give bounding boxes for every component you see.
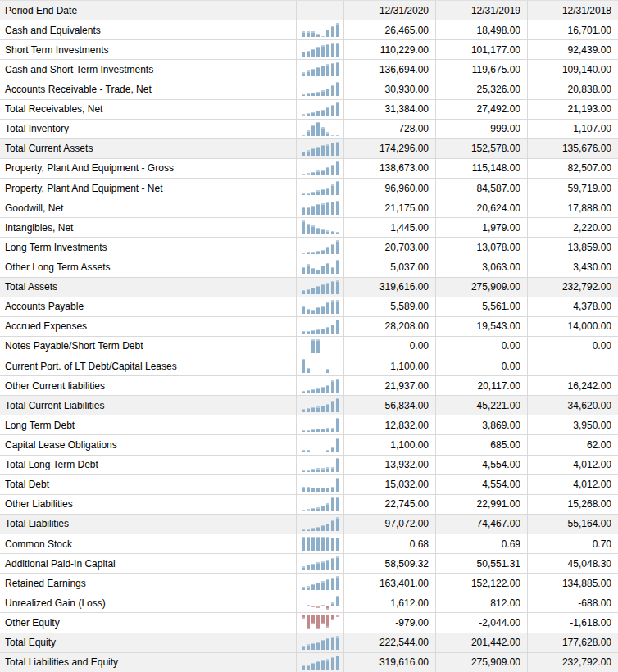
table-row[interactable]: Long Term Investments20,703.0013,078.001… [0,238,618,257]
sparkline-bar [316,583,320,590]
sparkline-bar [331,26,334,37]
table-row[interactable]: Total Current Assets174,296.00152,578.00… [0,139,618,159]
sparkline-bar [316,122,320,136]
row-label: Total Long Term Debt [0,456,297,474]
value-cell: 138,673.00 [344,159,436,178]
sparkline-bar [331,43,334,57]
sparkline-bar [331,487,334,491]
table-row[interactable]: Total Debt15,032.004,554.004,012.00 [0,475,618,495]
sparkline-bar [307,31,310,37]
table-row[interactable]: Total Liabilities97,072.0074,467.0055,16… [0,515,618,534]
row-label: Notes Payable/Short Term Debt [0,337,297,356]
table-row[interactable]: Property, Plant And Equipment - Net96,96… [0,179,618,198]
sparkline-cell [297,554,344,573]
sparkline-bar [316,606,320,608]
sparkline-cell [297,633,344,652]
table-row[interactable]: Accounts Payable5,589.005,561.004,378.00 [0,297,618,317]
table-row[interactable]: Total Receivables, Net31,384.0027,492.00… [0,100,618,120]
table-row[interactable]: Retained Earnings163,401.00152,122.00134… [0,574,618,593]
sparkline-bar [316,537,320,551]
row-label: Total Current Liabilities [0,396,297,415]
sparkline-chart [302,517,339,531]
sparkline-bar [326,606,329,610]
sparkline-bar [307,193,310,195]
sparkline-cell [297,456,344,474]
table-row[interactable]: Total Equity222,544.00201,442.00177,628.… [0,633,618,653]
table-row[interactable]: Other Liabilities22,745.0022,991.0015,26… [0,495,618,515]
table-row[interactable]: Accrued Expenses28,208.0019,543.0014,000… [0,317,618,337]
sparkline-bar [321,329,325,334]
sparkline-bar [326,230,329,234]
sparkline-cell [297,396,344,415]
table-row[interactable]: Total Current Liabilities56,834.0045,221… [0,396,618,415]
table-row[interactable]: Intangibles, Net1,445.001,979.002,220.00 [0,218,618,238]
sparkline-bar [316,47,320,57]
table-row[interactable]: Other Equity-979.00-2,044.00-1,618.00 [0,613,618,633]
value-cell: 0.70 [528,534,618,553]
value-cell: 34,620.00 [528,396,618,415]
sparkline-bar [311,192,315,195]
value-cell: 5,037.00 [344,257,436,276]
sparkline-bar [326,369,329,373]
sparkline-bar [331,520,334,531]
sparkline-bar [307,450,310,452]
table-row[interactable]: Total Liabilities and Equity319,616.0027… [0,653,618,672]
table-row[interactable]: Total Inventory728.00999.001,107.00 [0,120,618,139]
sparkline-bar [307,309,310,314]
sparkline-chart [302,201,339,215]
sparkline-bar [307,408,310,412]
sparkline-bar [336,478,339,492]
table-row[interactable]: Other Current liabilities21,937.0020,117… [0,376,618,396]
sparkline-bar [326,560,329,570]
table-row[interactable]: Current Port. of LT Debt/Capital Leases1… [0,356,618,376]
sparkline-bar [311,112,315,116]
sparkline-bar [331,657,334,670]
table-header-row: Period End Date 12/31/2020 12/31/2019 12… [0,1,618,20]
sparkline-bar [321,36,325,37]
table-row[interactable]: Property, Plant And Equipment - Gross138… [0,159,618,179]
sparkline-bar [331,300,334,314]
sparkline-bar [331,578,334,590]
row-label: Property, Plant And Equipment - Net [0,179,297,198]
table-body: Cash and Equivalents26,465.0018,498.0016… [0,20,618,672]
table-row[interactable]: Total Assets319,616.00275,909.00232,792.… [0,278,618,297]
sparkline-cell [297,356,344,375]
table-row[interactable]: Long Term Debt12,832.003,869.003,950.00 [0,415,618,435]
value-cell: 4,554.00 [436,475,528,494]
value-cell: 92,439.00 [528,40,618,59]
sparkline-bar [311,252,315,254]
row-label: Capital Lease Obligations [0,435,297,454]
table-row[interactable]: Capital Lease Obligations1,100.00685.006… [0,435,618,455]
sparkline-bar [307,289,310,294]
row-label: Long Term Debt [0,415,297,434]
table-row[interactable]: Goodwill, Net21,175.0020,624.0017,888.00 [0,198,618,218]
table-row[interactable]: Unrealized Gain (Loss)1,612.00812.00-688… [0,593,618,613]
sparkline-bar [316,527,320,531]
balance-sheet-table: Period End Date 12/31/2020 12/31/2019 12… [0,0,618,672]
sparkline-bar [331,143,334,156]
table-row[interactable]: Notes Payable/Short Term Debt0.000.000.0… [0,337,618,356]
sparkline-bar [302,114,305,116]
table-row[interactable]: Short Term Investments110,229.00101,177.… [0,40,618,60]
sparkline-bar [311,206,315,216]
table-row[interactable]: Common Stock0.680.690.70 [0,534,618,554]
sparkline-bar [321,250,325,255]
sparkline-bar [321,605,325,606]
value-cell: 45,221.00 [436,396,528,415]
value-cell: 319,616.00 [344,653,436,672]
row-label: Other Equity [0,613,297,632]
table-row[interactable]: Cash and Short Term Investments136,694.0… [0,60,618,79]
sparkline-bar [336,23,339,37]
value-cell: 20,117.00 [436,376,528,395]
value-cell: 232,792.00 [528,278,618,297]
table-row[interactable]: Other Long Term Assets5,037.003,063.003,… [0,257,618,277]
value-cell: 56,834.00 [344,396,436,415]
table-row[interactable]: Additional Paid-In Capital58,509.3250,55… [0,554,618,574]
sparkline-bar [331,105,334,116]
sparkline-bar [326,283,329,293]
sparkline-chart [302,418,339,432]
table-row[interactable]: Accounts Receivable - Trade, Net30,930.0… [0,79,618,99]
table-row[interactable]: Cash and Equivalents26,465.0018,498.0016… [0,20,618,40]
table-row[interactable]: Total Long Term Debt13,932.004,554.004,0… [0,456,618,475]
sparkline-chart [302,62,339,76]
